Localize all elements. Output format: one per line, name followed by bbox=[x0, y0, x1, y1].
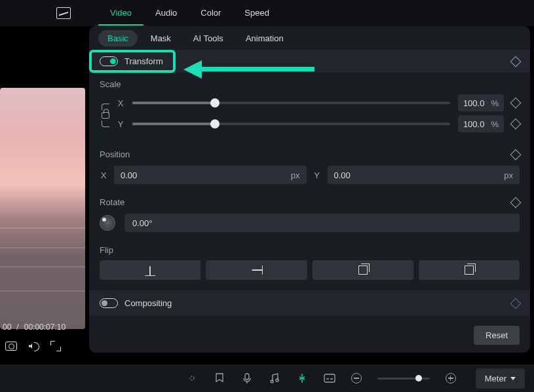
pos-x-axis-label: X bbox=[100, 170, 107, 180]
preview-video[interactable] bbox=[0, 88, 85, 329]
inspector-panel: Transform Scale X 100.0% bbox=[89, 50, 530, 353]
scale-y-keyframe-icon[interactable] bbox=[510, 119, 522, 130]
flip-horizontal-icon bbox=[145, 265, 155, 275]
time-sep: / bbox=[16, 323, 18, 332]
position-y-input[interactable]: 0.00px bbox=[328, 166, 520, 184]
scale-y-value[interactable]: 100.0% bbox=[458, 115, 504, 132]
top-strip: Video Audio Color Speed bbox=[0, 0, 534, 26]
svg-point-2 bbox=[271, 380, 273, 383]
rotate-label: Rotate bbox=[100, 197, 124, 207]
chevron-down-icon bbox=[510, 377, 516, 380]
transform-toggle[interactable] bbox=[100, 56, 118, 66]
copy-icon bbox=[465, 265, 474, 275]
caption-icon[interactable] bbox=[324, 372, 335, 384]
flip-copy2-button[interactable] bbox=[419, 260, 520, 280]
position-label: Position bbox=[100, 149, 130, 159]
subtab-animation[interactable]: Animation bbox=[237, 30, 293, 47]
scale-x-value[interactable]: 100.0% bbox=[458, 94, 504, 111]
compositing-keyframe-icon[interactable] bbox=[510, 298, 522, 309]
tab-video[interactable]: Video bbox=[98, 1, 143, 26]
tab-color[interactable]: Color bbox=[189, 1, 233, 26]
zoom-out-button[interactable] bbox=[351, 373, 362, 383]
zoom-in-button[interactable] bbox=[446, 373, 456, 383]
svg-point-0 bbox=[190, 376, 194, 380]
preview-pane: 00 / 00:00:07:10 bbox=[0, 50, 86, 357]
rotate-section: Rotate 0.00° bbox=[89, 191, 530, 239]
volume-icon[interactable] bbox=[29, 341, 39, 351]
time-current: 00 bbox=[3, 323, 11, 332]
scale-y-axis-label: Y bbox=[117, 119, 124, 129]
pos-y-axis-label: Y bbox=[313, 170, 321, 180]
meter-dropdown[interactable]: Meter bbox=[476, 368, 525, 389]
tab-audio[interactable]: Audio bbox=[143, 1, 189, 26]
svg-point-4 bbox=[301, 378, 303, 380]
flip-copy1-button[interactable] bbox=[313, 260, 413, 280]
mic-icon[interactable] bbox=[241, 372, 253, 384]
flip-vertical-icon bbox=[251, 265, 261, 275]
subtab-ai-tools[interactable]: AI Tools bbox=[184, 30, 233, 47]
copy-icon bbox=[358, 265, 368, 275]
scale-x-keyframe-icon[interactable] bbox=[510, 98, 522, 109]
flip-section: Flip bbox=[89, 239, 530, 286]
compositing-label: Compositing bbox=[124, 298, 172, 308]
transform-section-header: Transform bbox=[89, 50, 530, 73]
position-section: Position X 0.00px Y 0.00px bbox=[89, 143, 530, 191]
tab-speed[interactable]: Speed bbox=[233, 1, 281, 26]
rotate-value-input[interactable]: 0.00° bbox=[124, 214, 520, 232]
bottom-toolbar: Meter bbox=[0, 364, 534, 392]
fullscreen-icon[interactable] bbox=[51, 342, 60, 351]
cut-icon[interactable] bbox=[296, 372, 308, 384]
main-tabs: Video Audio Color Speed bbox=[98, 1, 281, 26]
scale-y-slider[interactable] bbox=[132, 123, 450, 125]
scale-x-axis-label: X bbox=[117, 98, 124, 108]
scale-x-slider[interactable] bbox=[132, 102, 450, 104]
transform-label: Transform bbox=[124, 56, 163, 66]
scale-label: Scale bbox=[100, 79, 520, 89]
image-overlay-icon[interactable] bbox=[56, 7, 71, 19]
reset-button[interactable]: Reset bbox=[474, 326, 520, 345]
music-icon[interactable] bbox=[269, 372, 280, 384]
lock-icon bbox=[102, 112, 109, 119]
adjust-icon[interactable] bbox=[186, 372, 198, 384]
position-x-input[interactable]: 0.00px bbox=[114, 166, 307, 184]
transform-keyframe-icon[interactable] bbox=[510, 56, 522, 67]
snapshot-icon[interactable] bbox=[5, 342, 17, 351]
marker-icon[interactable] bbox=[214, 372, 225, 384]
subtab-basic[interactable]: Basic bbox=[98, 30, 138, 47]
meter-label: Meter bbox=[485, 374, 506, 383]
compositing-section-header: Compositing bbox=[89, 290, 530, 316]
scale-lock[interactable] bbox=[100, 104, 111, 127]
compositing-toggle[interactable] bbox=[100, 298, 118, 308]
sub-tabs: Basic Mask AI Tools Animation bbox=[89, 26, 530, 50]
flip-horizontal-button[interactable] bbox=[100, 260, 200, 280]
time-total: 00:00:07:10 bbox=[24, 323, 66, 332]
rotate-dial[interactable] bbox=[100, 215, 115, 231]
scale-section: Scale X 100.0% Y bbox=[89, 73, 530, 143]
svg-point-3 bbox=[276, 379, 278, 382]
timecode-readout: 00 / 00:00:07:10 bbox=[3, 323, 84, 332]
svg-rect-1 bbox=[245, 374, 249, 380]
flip-label: Flip bbox=[100, 245, 520, 255]
subtab-mask[interactable]: Mask bbox=[142, 30, 180, 47]
rotate-keyframe-icon[interactable] bbox=[510, 197, 522, 208]
flip-vertical-button[interactable] bbox=[206, 260, 307, 280]
svg-rect-5 bbox=[324, 374, 335, 382]
position-keyframe-icon[interactable] bbox=[510, 149, 522, 160]
zoom-slider[interactable] bbox=[377, 378, 430, 380]
